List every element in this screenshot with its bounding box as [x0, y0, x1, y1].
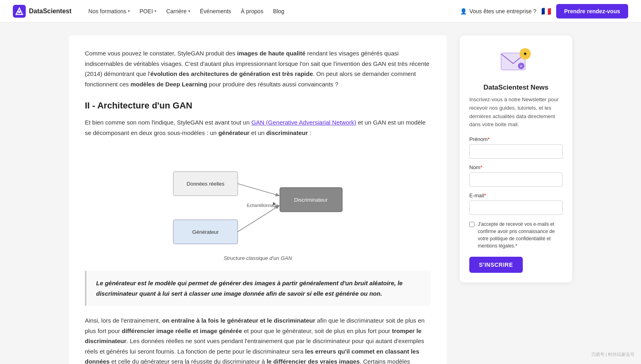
newsletter-icon: ✦ ✕	[498, 45, 534, 77]
sidebar-title: DataScientest News	[469, 84, 563, 92]
sidebar: ✦ ✕ DataScientest News Inscrivez-vous à …	[460, 35, 572, 364]
cta-button[interactable]: Prendre rendez-vous	[556, 4, 628, 18]
email-field: E-mail*	[469, 192, 563, 221]
main-content: Comme vous pouvez le constater, StyleGAN…	[69, 35, 447, 364]
section-heading: II - Architecture d'un GAN	[85, 100, 431, 111]
consent-checkbox[interactable]	[469, 222, 475, 227]
chevron-down-icon: ▾	[128, 9, 130, 13]
prenom-input[interactable]	[469, 144, 563, 159]
intro-paragraph: Comme vous pouvez le constater, StyleGAN…	[85, 48, 431, 89]
sidebar-description: Inscrivez-vous à notre Newsletter pour r…	[469, 96, 563, 129]
page-wrapper: Comme vous pouvez le constater, StyleGAN…	[59, 22, 582, 364]
email-input[interactable]	[469, 200, 563, 215]
svg-text:Données réelles: Données réelles	[187, 181, 224, 187]
gan-link[interactable]: GAN (Generative Adversiarial Network)	[251, 119, 356, 126]
watermark: 刃易号 | 时尚玩家岳可	[591, 352, 635, 358]
email-label: E-mail*	[469, 192, 563, 198]
gan-diagram: Données réelles Générateur Discriminateu…	[161, 147, 354, 252]
subscribe-button[interactable]: S'INSCRIRE	[469, 257, 523, 273]
newsletter-icon-wrapper: ✦ ✕	[469, 45, 563, 77]
chevron-down-icon: ▾	[188, 9, 190, 13]
nav-link-poei[interactable]: POEI ▾	[136, 6, 160, 17]
enterprise-link[interactable]: 👤 Vous êtes une entreprise ?	[460, 8, 536, 14]
blockquote: Le générateur est le modèle qui permet d…	[85, 271, 431, 306]
body-paragraph: Ainsi, lors de l'entrainement, on entraî…	[85, 315, 431, 364]
nav-link-apropos[interactable]: À propos	[237, 6, 267, 17]
nav-link-blog[interactable]: Blog	[269, 6, 288, 17]
svg-text:Générateur: Générateur	[192, 229, 219, 235]
chevron-down-icon: ▾	[154, 9, 156, 13]
prenom-label: Prénom*	[469, 136, 563, 142]
section-paragraph: Et bien comme son nom l'indique, StyleGA…	[85, 117, 431, 138]
diagram-caption: Structure classique d'un GAN	[224, 255, 292, 261]
svg-point-2	[18, 11, 21, 13]
nom-field: Nom*	[469, 164, 563, 192]
prenom-field: Prénom*	[469, 136, 563, 164]
svg-line-10	[238, 206, 279, 232]
newsletter-card: ✦ ✕ DataScientest News Inscrivez-vous à …	[460, 35, 572, 282]
nav-right: 👤 Vous êtes une entreprise ? 🇫🇷 Prendre …	[460, 4, 628, 18]
enterprise-icon: 👤	[460, 8, 467, 14]
svg-text:✦: ✦	[523, 51, 528, 57]
logo-text: DataScientest	[29, 8, 72, 15]
nav-logo[interactable]: DataScientest	[13, 5, 72, 18]
svg-line-9	[238, 184, 279, 196]
consent-row: J'accepte de recevoir vos e-mails et con…	[469, 221, 563, 249]
nav-link-evenements[interactable]: Événements	[196, 6, 235, 17]
nav-links: Nos formations ▾ POEI ▾ Carrière ▾ Événe…	[84, 6, 460, 17]
language-flag[interactable]: 🇫🇷	[541, 6, 551, 16]
svg-text:✕: ✕	[520, 64, 523, 68]
svg-text:Discriminateur: Discriminateur	[294, 197, 328, 203]
consent-text: J'accepte de recevoir vos e-mails et con…	[478, 221, 563, 249]
nom-label: Nom*	[469, 164, 563, 170]
nav-link-carriere[interactable]: Carrière ▾	[162, 6, 194, 17]
nav-link-formations[interactable]: Nos formations ▾	[84, 6, 134, 17]
diagram-wrapper: Données réelles Générateur Discriminateu…	[85, 147, 431, 261]
navbar: DataScientest Nos formations ▾ POEI ▾ Ca…	[0, 0, 641, 22]
logo-icon	[13, 5, 26, 18]
nom-input[interactable]	[469, 172, 563, 187]
